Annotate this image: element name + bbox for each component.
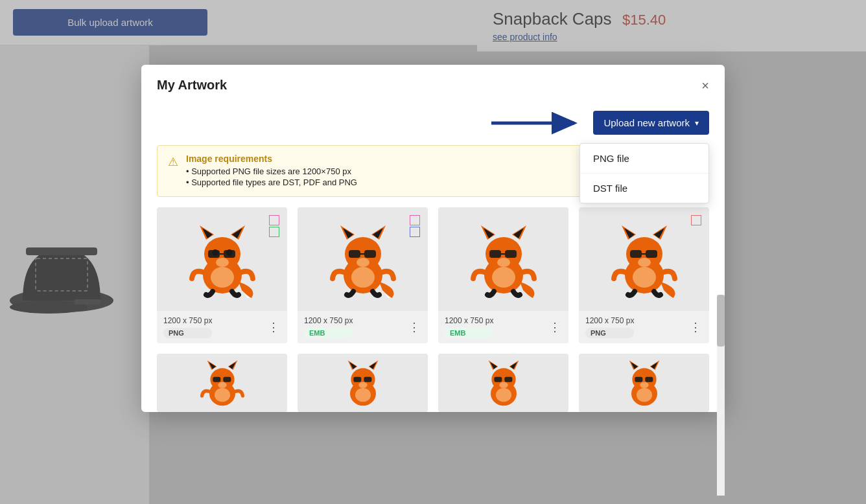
modal-header: My Artwork × xyxy=(141,65,725,103)
svg-point-30 xyxy=(351,267,375,288)
svg-point-91 xyxy=(640,382,648,388)
color-sq-pink xyxy=(269,215,279,225)
fox-artwork-8 xyxy=(618,357,670,409)
artwork-grid: 1200 x 750 px PNG ⋮ xyxy=(157,207,709,412)
svg-point-40 xyxy=(497,258,510,267)
dropdown-item-png[interactable]: PNG file xyxy=(580,144,708,174)
artwork-thumbnail-3 xyxy=(438,207,568,311)
artwork-size-4: 1200 x 750 px xyxy=(585,316,634,325)
svg-point-29 xyxy=(357,258,369,267)
artwork-card-4[interactable]: 1200 x 750 px PNG ⋮ xyxy=(579,207,709,343)
artwork-grid-container[interactable]: 1200 x 750 px PNG ⋮ xyxy=(141,207,725,412)
requirement-item-2: Supported file types are DST, PDF and PN… xyxy=(186,178,357,187)
fox-artwork-6 xyxy=(337,357,389,409)
svg-rect-27 xyxy=(364,250,376,258)
modal-title: My Artwork xyxy=(157,78,227,93)
artwork-type-3: EMB xyxy=(445,328,493,338)
more-options-btn-1[interactable]: ⋮ xyxy=(266,321,281,333)
color-sq-green xyxy=(269,227,279,237)
svg-point-51 xyxy=(638,258,651,267)
svg-point-18 xyxy=(216,258,229,267)
more-options-btn-2[interactable]: ⋮ xyxy=(407,321,421,333)
artwork-card-7[interactable] xyxy=(438,354,568,412)
artwork-card-1[interactable]: 1200 x 750 px PNG ⋮ xyxy=(157,207,287,343)
svg-rect-90 xyxy=(645,377,653,382)
dropdown-item-dst[interactable]: DST file xyxy=(580,174,708,203)
color-squares-2 xyxy=(410,215,420,237)
fox-artwork-5 xyxy=(196,357,248,409)
svg-rect-38 xyxy=(505,250,517,258)
scroll-track xyxy=(717,295,725,496)
artwork-info-4: 1200 x 750 px PNG ⋮ xyxy=(579,311,709,343)
requirements-title: Image requirements xyxy=(186,154,357,164)
artwork-size-2: 1200 x 750 px xyxy=(304,316,353,325)
artwork-meta-3: 1200 x 750 px EMB xyxy=(445,316,493,338)
svg-rect-60 xyxy=(223,377,231,382)
artwork-info-2: 1200 x 750 px EMB ⋮ xyxy=(298,311,428,343)
artwork-meta-2: 1200 x 750 px EMB xyxy=(304,316,353,338)
svg-point-61 xyxy=(218,382,226,388)
upload-btn-chevron: ▾ xyxy=(695,119,699,128)
fox-artwork-1 xyxy=(187,220,258,298)
svg-rect-48 xyxy=(630,250,642,258)
requirements-content: Image requirements Supported PNG file si… xyxy=(186,154,357,189)
svg-point-41 xyxy=(492,267,515,288)
svg-rect-89 xyxy=(635,377,642,382)
artwork-card-8[interactable] xyxy=(579,354,709,412)
artwork-thumbnail-2 xyxy=(298,207,428,311)
svg-rect-16 xyxy=(224,250,235,258)
color-squares-4 xyxy=(691,215,701,225)
svg-point-19 xyxy=(211,267,234,288)
artwork-type-4: PNG xyxy=(585,328,634,338)
scroll-thumb[interactable] xyxy=(717,295,725,347)
svg-rect-15 xyxy=(208,250,220,258)
artwork-thumbnail-4 xyxy=(579,207,709,311)
svg-rect-69 xyxy=(353,377,361,382)
modal-close-button[interactable]: × xyxy=(701,79,709,92)
svg-point-92 xyxy=(637,388,652,402)
artwork-size-3: 1200 x 750 px xyxy=(445,316,493,325)
svg-point-72 xyxy=(355,388,371,402)
my-artwork-modal: My Artwork × Upload new artwork ▾ xyxy=(141,65,725,412)
more-options-btn-3[interactable]: ⋮ xyxy=(548,321,562,333)
artwork-card-6[interactable] xyxy=(298,354,428,412)
modal-overlay: My Artwork × Upload new artwork ▾ xyxy=(0,0,866,504)
svg-point-62 xyxy=(215,388,230,402)
warning-icon: ⚠ xyxy=(168,155,178,169)
more-options-btn-4[interactable]: ⋮ xyxy=(688,321,703,333)
upload-area: Upload new artwork ▾ PNG file DST file xyxy=(141,103,725,145)
artwork-card-5[interactable] xyxy=(157,354,287,412)
upload-dropdown-menu: PNG file DST file xyxy=(579,143,709,203)
svg-rect-26 xyxy=(349,250,360,258)
fox-artwork-2 xyxy=(327,220,399,298)
artwork-card-2[interactable]: 1200 x 750 px EMB ⋮ xyxy=(298,207,428,343)
svg-rect-37 xyxy=(489,250,501,258)
artwork-meta-1: 1200 x 750 px PNG xyxy=(163,316,212,338)
svg-point-82 xyxy=(496,388,511,402)
upload-new-artwork-button[interactable]: Upload new artwork ▾ xyxy=(593,111,709,135)
fox-artwork-7 xyxy=(478,357,530,409)
color-sq-pink-2 xyxy=(410,215,420,225)
artwork-thumbnail-7 xyxy=(438,354,568,412)
svg-rect-80 xyxy=(504,377,512,382)
artwork-meta-4: 1200 x 750 px PNG xyxy=(585,316,634,338)
artwork-size-1: 1200 x 750 px xyxy=(163,316,212,325)
artwork-thumbnail-1 xyxy=(157,207,287,311)
svg-rect-70 xyxy=(364,377,371,382)
requirements-list: Supported PNG file sizes are 1200×750 px… xyxy=(186,166,357,187)
requirement-item-1: Supported PNG file sizes are 1200×750 px xyxy=(186,166,357,176)
svg-rect-79 xyxy=(494,377,502,382)
color-sq-blue-2 xyxy=(410,227,420,237)
artwork-type-2: EMB xyxy=(304,328,353,338)
artwork-card-3[interactable]: 1200 x 750 px EMB ⋮ xyxy=(438,207,568,343)
upload-btn-label: Upload new artwork xyxy=(603,117,690,128)
artwork-thumbnail-6 xyxy=(298,354,428,412)
arrow-indicator xyxy=(491,111,582,137)
artwork-thumbnail-8 xyxy=(579,354,709,412)
color-sq-red-4 xyxy=(691,215,701,225)
fox-artwork-3 xyxy=(468,220,539,298)
fox-artwork-4 xyxy=(609,220,680,298)
svg-point-71 xyxy=(358,382,367,388)
artwork-type-1: PNG xyxy=(163,328,212,338)
color-squares-1 xyxy=(269,215,279,237)
